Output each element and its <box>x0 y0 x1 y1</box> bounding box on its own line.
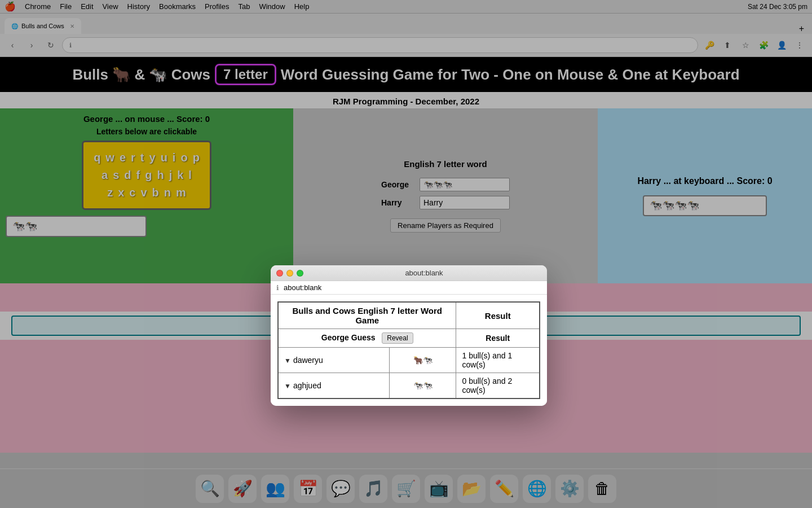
triangle-icon-1: ▼ <box>284 382 291 390</box>
table-row: ▼ aghjued 🐄🐄 0 bull(s) and 2 cow(s) <box>278 373 540 399</box>
table-result-header: Result <box>456 302 540 329</box>
window-minimize-button[interactable] <box>286 270 293 277</box>
guess-word-0: daweryu <box>293 356 323 365</box>
result-cell-1: 0 bull(s) and 2 cow(s) <box>456 373 540 399</box>
table-guess-header: George Guess Reveal <box>278 329 456 348</box>
window-maximize-button[interactable] <box>297 270 303 277</box>
guess-cell-0: ▼ daweryu <box>278 348 389 373</box>
modal-titlebar: about:blank <box>271 265 547 281</box>
modal-content: Bulls and Cows English 7 letter Word Gam… <box>271 295 547 406</box>
emoji-cell-1: 🐄🐄 <box>389 373 456 399</box>
about-blank-window: about:blank ℹ about:blank Bulls and Cows… <box>271 265 547 406</box>
game-results-table: Bulls and Cows English 7 letter Word Gam… <box>277 301 540 399</box>
modal-title: about:blank <box>307 269 541 277</box>
guess-cell-1: ▼ aghjued <box>278 373 389 399</box>
table-row: ▼ daweryu 🐂🐄 1 bull(s) and 1 cow(s) <box>278 348 540 373</box>
table-result-header2: Result <box>456 329 540 348</box>
guess-word-1: aghjued <box>293 381 321 390</box>
triangle-icon-0: ▼ <box>284 357 291 365</box>
modal-overlay: about:blank ℹ about:blank Bulls and Cows… <box>0 0 812 508</box>
result-cell-0: 1 bull(s) and 1 cow(s) <box>456 348 540 373</box>
window-close-button[interactable] <box>276 270 283 277</box>
modal-address: about:blank <box>284 283 321 292</box>
emoji-cell-0: 🐂🐄 <box>389 348 456 373</box>
reveal-button[interactable]: Reveal <box>382 332 413 344</box>
modal-addressbar: ℹ about:blank <box>271 281 547 295</box>
table-title: Bulls and Cows English 7 letter Word Gam… <box>278 302 456 329</box>
modal-info-icon: ℹ <box>276 284 279 292</box>
